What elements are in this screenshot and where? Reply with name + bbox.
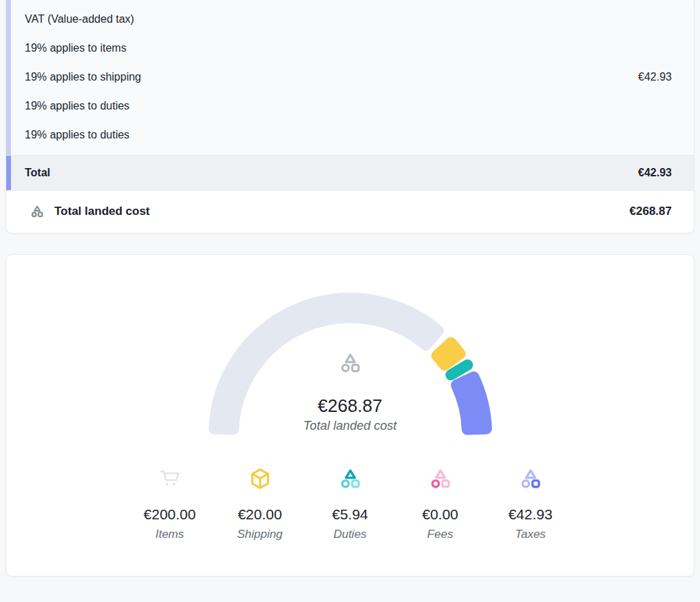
legend-value: €200.00	[144, 506, 196, 523]
legend-label: Shipping	[237, 528, 282, 541]
page: VAT (Value-added tax) 19% applies to ite…	[0, 0, 700, 577]
legend-value: €42.93	[508, 506, 552, 523]
tax-total-label: Total	[25, 167, 50, 179]
tax-breakdown-card: VAT (Value-added tax) 19% applies to ite…	[6, 0, 694, 233]
legend-value: €0.00	[422, 506, 458, 523]
gauge-legend: €200.00 Items €20.00 Shipping	[6, 466, 694, 541]
legend-label: Taxes	[515, 528, 546, 541]
vat-group-row: VAT (Value-added tax) 19% applies to ite…	[6, 0, 694, 155]
tax-total-row: Total €42.93	[6, 155, 694, 191]
landed-cost-gauge-card: €268.87 Total landed cost €200.00 Items	[6, 254, 694, 577]
legend-item-items: €200.00 Items	[125, 466, 215, 541]
vat-line: 19% applies to items	[25, 39, 638, 56]
legend-item-taxes: €42.93 Taxes	[485, 466, 575, 541]
total-landed-cost-row: Total landed cost €268.87	[6, 191, 694, 233]
legend-item-fees: €0.00 Fees	[395, 466, 485, 541]
shapes-icon	[30, 204, 45, 219]
total-landed-cost-label: Total landed cost	[54, 205, 630, 218]
legend-label: Duties	[333, 528, 366, 541]
shapes-icon-fees	[428, 466, 453, 491]
shapes-icon-taxes	[518, 466, 543, 491]
vat-group-amount: €42.93	[638, 71, 672, 83]
shapes-icon-duties	[338, 466, 363, 491]
legend-item-shipping: €20.00 Shipping	[215, 466, 305, 541]
vat-group-lines: VAT (Value-added tax) 19% applies to ite…	[25, 10, 638, 143]
vat-line: 19% applies to duties	[25, 126, 638, 143]
box-icon	[248, 466, 273, 491]
tax-total-amount: €42.93	[638, 167, 672, 179]
vat-group-title: VAT (Value-added tax)	[25, 10, 638, 28]
total-landed-cost-amount: €268.87	[630, 205, 672, 218]
gauge-wrap: €268.87 Total landed cost	[206, 293, 495, 439]
gauge-chart	[206, 293, 495, 439]
legend-item-duties: €5.94 Duties	[305, 466, 395, 541]
vat-line: 19% applies to shipping	[25, 68, 638, 85]
legend-value: €5.94	[332, 506, 368, 523]
legend-label: Items	[156, 528, 184, 541]
legend-label: Fees	[427, 528, 454, 541]
legend-value: €20.00	[237, 506, 282, 523]
cart-icon	[158, 466, 182, 491]
vat-line: 19% applies to duties	[25, 97, 638, 114]
